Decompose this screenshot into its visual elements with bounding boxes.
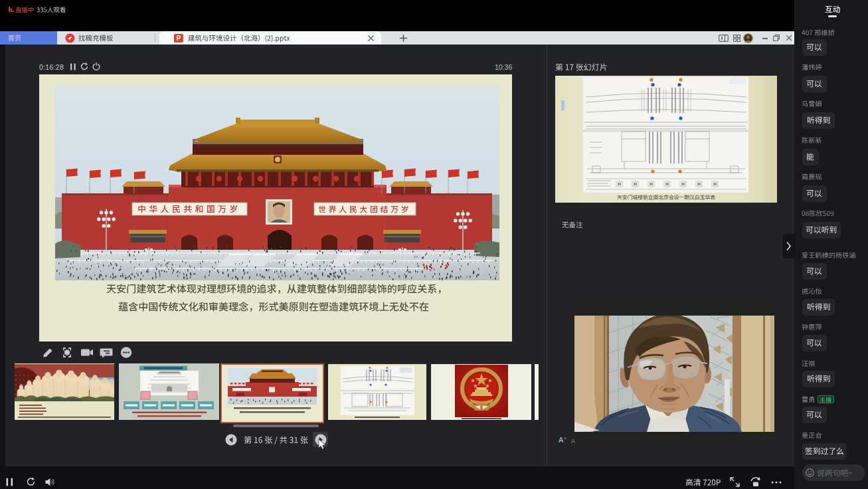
svg-text:A: A	[559, 436, 564, 444]
svg-text:+: +	[564, 436, 566, 440]
svg-text:A: A	[571, 438, 575, 444]
svg-text:P: P	[177, 35, 181, 42]
